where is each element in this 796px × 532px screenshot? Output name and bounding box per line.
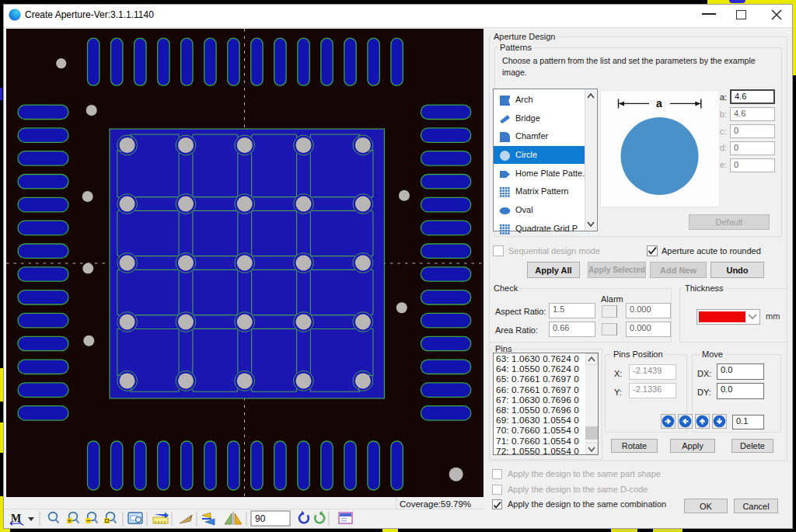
svg-text:90: 90 (255, 513, 266, 524)
svg-text:a: a (656, 97, 662, 110)
